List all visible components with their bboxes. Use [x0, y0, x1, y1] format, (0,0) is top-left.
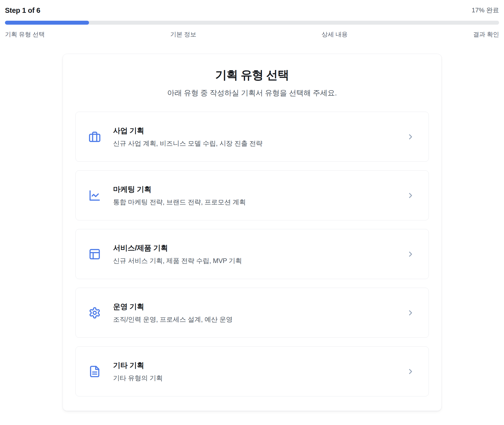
option-service-product-planning[interactable]: 서비스/제품 기획 신규 서비스 기획, 제품 전략 수립, MVP 기획 [75, 229, 429, 279]
page-subtitle: 아래 유형 중 작성하실 기획서 유형을 선택해 주세요. [75, 88, 429, 98]
option-marketing-planning[interactable]: 마케팅 기획 통합 마케팅 전략, 브랜드 전략, 프로모션 계획 [75, 170, 429, 220]
option-title: 사업 기획 [113, 126, 263, 136]
option-list: 사업 기획 신규 사업 계획, 비즈니스 모델 수립, 시장 진출 전략 마케팅… [75, 112, 429, 396]
option-other-planning[interactable]: 기타 기획 기타 유형의 기획 [75, 346, 429, 396]
chevron-right-icon [406, 133, 415, 141]
option-business-planning[interactable]: 사업 기획 신규 사업 계획, 비즈니스 모델 수립, 시장 진출 전략 [75, 112, 429, 162]
option-text: 마케팅 기획 통합 마케팅 전략, 브랜드 전략, 프로모션 계획 [113, 184, 246, 207]
page-title: 기획 유형 선택 [75, 67, 429, 83]
step-label-result: 결과 확인 [473, 30, 499, 38]
step-counter: Step 1 of 6 [5, 6, 40, 15]
progress-fill [5, 21, 89, 25]
option-text: 운영 기획 조직/인력 운영, 프로세스 설계, 예산 운영 [113, 302, 233, 324]
option-title: 서비스/제품 기획 [113, 243, 242, 253]
chevron-right-icon [406, 191, 415, 200]
briefcase-icon [89, 131, 101, 143]
option-description: 신규 서비스 기획, 제품 전략 수립, MVP 기획 [113, 256, 242, 265]
chevron-right-icon [406, 309, 415, 317]
file-text-icon [89, 365, 101, 378]
chevron-right-icon [406, 250, 415, 258]
layout-icon [89, 248, 101, 260]
settings-gear-icon [89, 307, 101, 319]
step-label-type-select: 기획 유형 선택 [5, 30, 45, 38]
option-title: 마케팅 기획 [113, 184, 246, 195]
progress-percent-label: 17% 완료 [472, 6, 499, 15]
option-description: 기타 유형의 기획 [113, 374, 163, 383]
wizard-page: Step 1 of 6 17% 완료 기획 유형 선택 기본 정보 상세 내용 … [0, 0, 504, 425]
progress-header-row: Step 1 of 6 17% 완료 [5, 6, 499, 15]
wizard-header: Step 1 of 6 17% 완료 기획 유형 선택 기본 정보 상세 내용 … [0, 0, 504, 38]
option-operations-planning[interactable]: 운영 기획 조직/인력 운영, 프로세스 설계, 예산 운영 [75, 288, 429, 338]
option-description: 통합 마케팅 전략, 브랜드 전략, 프로모션 계획 [113, 198, 246, 207]
option-title: 운영 기획 [113, 302, 233, 312]
step-labels-row: 기획 유형 선택 기본 정보 상세 내용 결과 확인 [5, 30, 499, 38]
option-text: 사업 기획 신규 사업 계획, 비즈니스 모델 수립, 시장 진출 전략 [113, 126, 263, 148]
type-select-card: 기획 유형 선택 아래 유형 중 작성하실 기획서 유형을 선택해 주세요. 사… [63, 54, 442, 411]
step-label-details: 상세 내용 [322, 30, 347, 38]
option-text: 기타 기획 기타 유형의 기획 [113, 360, 163, 383]
step-label-basic-info: 기본 정보 [170, 30, 196, 38]
line-chart-icon [89, 189, 101, 202]
progress-bar-track [5, 21, 499, 25]
option-text: 서비스/제품 기획 신규 서비스 기획, 제품 전략 수립, MVP 기획 [113, 243, 242, 265]
option-description: 조직/인력 운영, 프로세스 설계, 예산 운영 [113, 315, 233, 324]
option-description: 신규 사업 계획, 비즈니스 모델 수립, 시장 진출 전략 [113, 139, 263, 148]
option-title: 기타 기획 [113, 360, 163, 371]
chevron-right-icon [406, 367, 415, 376]
